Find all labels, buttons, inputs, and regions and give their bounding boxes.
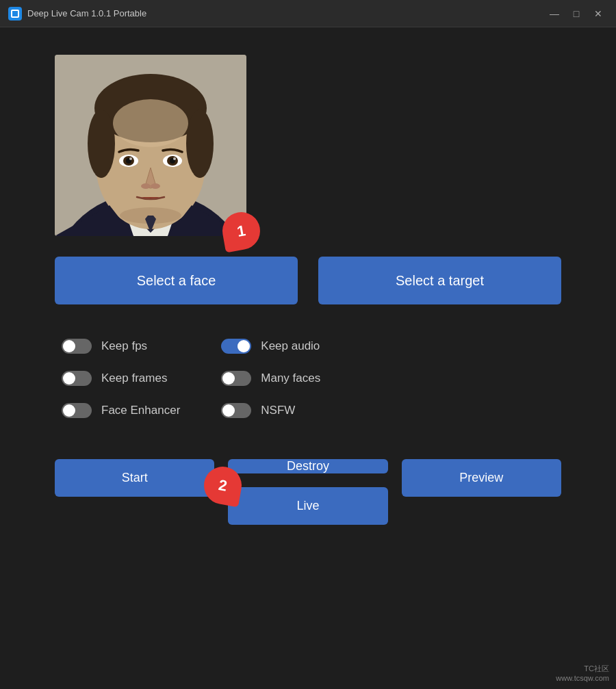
toggle-many-faces-switch[interactable]: [221, 371, 251, 386]
destroy-button[interactable]: Destroy: [228, 459, 387, 473]
toggle-column-left: Keep fps Keep frames Face Enhancer: [62, 339, 180, 418]
svg-point-19: [151, 183, 160, 189]
title-bar-controls: — □ ✕: [545, 5, 608, 22]
toggle-keep-audio-switch[interactable]: [221, 339, 251, 354]
toggle-column-right: Keep audio Many faces NSFW: [221, 339, 320, 418]
main-content: 1 Select a face Select a target Keep fps…: [0, 27, 616, 538]
bottom-buttons: Start Destroy 2 Live Preview: [55, 459, 561, 525]
watermark: TC社区www.tcsqw.com: [556, 664, 609, 682]
app-icon-inner: [11, 10, 19, 18]
toggle-keep-fps-switch[interactable]: [62, 339, 92, 354]
toggle-keep-frames-label: Keep frames: [101, 372, 167, 385]
face-svg: [55, 55, 246, 236]
toggle-face-enhancer-label: Face Enhancer: [101, 404, 180, 417]
toggle-many-faces-label: Many faces: [261, 372, 320, 385]
toggle-nsfw-switch[interactable]: [221, 403, 251, 418]
toggle-keep-fps: Keep fps: [62, 339, 180, 354]
toggle-keep-fps-label: Keep fps: [101, 339, 147, 353]
toggle-many-faces: Many faces: [221, 371, 320, 386]
close-button[interactable]: ✕: [589, 5, 608, 22]
toggles-section: Keep fps Keep frames Face Enhancer: [55, 339, 561, 418]
select-face-button[interactable]: Select a face: [55, 257, 298, 304]
face-image-container: 1: [55, 55, 246, 236]
svg-point-13: [129, 157, 132, 160]
toggle-many-faces-knob: [222, 372, 235, 385]
svg-point-17: [173, 157, 176, 160]
toggle-keep-frames-knob: [63, 372, 75, 385]
toggle-nsfw: NSFW: [221, 403, 320, 418]
toggle-keep-frames: Keep frames: [62, 371, 180, 386]
top-panel: 1: [55, 55, 561, 236]
toggle-nsfw-label: NSFW: [261, 404, 295, 417]
start-button[interactable]: Start: [55, 459, 214, 497]
toggle-keep-audio-label: Keep audio: [261, 339, 320, 353]
face-image: [55, 55, 246, 236]
preview-button[interactable]: Preview: [402, 459, 561, 497]
target-placeholder: [267, 55, 561, 236]
app-icon: [8, 7, 22, 21]
toggle-keep-frames-switch[interactable]: [62, 371, 92, 386]
title-bar: Deep Live Cam 1.0.1 Portable — □ ✕: [0, 0, 616, 27]
svg-point-18: [141, 183, 151, 189]
title-bar-title: Deep Live Cam 1.0.1 Portable: [27, 8, 146, 18]
svg-point-7: [88, 109, 115, 178]
toggle-keep-audio: Keep audio: [221, 339, 320, 354]
watermark-text: TC社区www.tcsqw.com: [556, 664, 609, 682]
svg-point-8: [186, 109, 214, 178]
select-target-button[interactable]: Select a target: [318, 257, 561, 304]
buttons-row: Select a face Select a target: [55, 257, 561, 304]
svg-point-9: [113, 99, 188, 147]
toggle-keep-fps-knob: [63, 340, 75, 352]
toggle-keep-audio-knob: [238, 340, 250, 352]
toggle-nsfw-knob: [222, 404, 235, 417]
maximize-button[interactable]: □: [567, 5, 586, 22]
toggle-face-enhancer-knob: [63, 404, 75, 417]
toggle-face-enhancer-switch[interactable]: [62, 403, 92, 418]
toggle-face-enhancer: Face Enhancer: [62, 403, 180, 418]
minimize-button[interactable]: —: [545, 5, 564, 22]
live-button[interactable]: Live: [228, 487, 387, 525]
title-bar-left: Deep Live Cam 1.0.1 Portable: [8, 7, 146, 21]
